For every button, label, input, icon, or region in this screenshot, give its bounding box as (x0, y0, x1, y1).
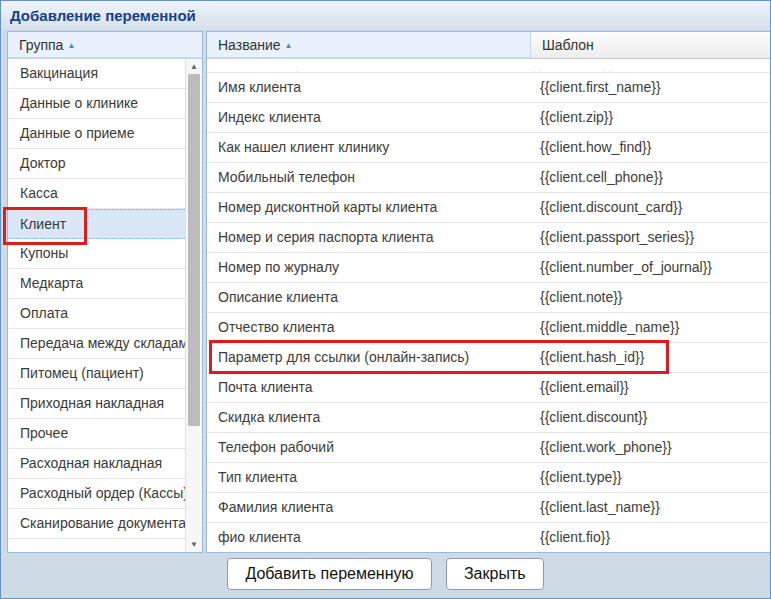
variable-name: Тип клиента (207, 463, 531, 492)
table-row[interactable]: Как нашел клиент клинику{{client.how_fin… (207, 133, 771, 163)
variable-name: Номер дисконтной карты клиента (207, 193, 531, 222)
name-column-label: Название (218, 37, 281, 53)
variable-template: {{client.number_of_journal}} (531, 253, 771, 282)
variables-table: ..... Имя клиента{{client.first_name}}Ин… (207, 59, 771, 552)
close-button[interactable]: Закрыть (446, 558, 544, 590)
clipped-text-fragment: .. (603, 63, 615, 73)
group-column-header[interactable]: Группа▲ (8, 32, 202, 59)
table-header: Название▲ Шаблон (207, 32, 771, 59)
table-row[interactable]: Телефон рабочий{{client.work_phone}} (207, 433, 771, 463)
table-row[interactable]: Описание клиента{{client.note}} (207, 283, 771, 313)
group-column-label: Группа (19, 37, 63, 53)
variable-template: {{client.work_phone}} (531, 433, 771, 462)
variable-name: Скидка клиента (207, 403, 531, 432)
group-list-scrollbar[interactable]: ▲ ▼ (185, 59, 202, 552)
variable-template: {{client.discount_card}} (531, 193, 771, 222)
clipped-row[interactable]: ..... (207, 59, 771, 73)
sidebar-item[interactable]: Данные о клинике (8, 89, 185, 119)
sidebar-item[interactable]: Сканирование документа (8, 509, 185, 539)
variable-name: Фамилия клиента (207, 493, 531, 522)
table-row[interactable]: Фамилия клиента{{client.last_name}} (207, 493, 771, 523)
table-row[interactable]: Индекс клиента{{client.zip}} (207, 103, 771, 133)
variable-template: {{client.zip}} (531, 103, 771, 132)
sidebar-item[interactable]: Купоны (8, 239, 185, 269)
add-variable-button[interactable]: Добавить переменную (227, 558, 431, 590)
variable-name: фио клиента (207, 523, 531, 552)
variable-name: Мобильный телефон (207, 163, 531, 192)
template-column-label: Шаблон (542, 37, 594, 53)
variable-template: {{client.fio}} (531, 523, 771, 552)
variable-template: {{client.email}} (531, 373, 771, 402)
variable-template: {{client.how_find}} (531, 133, 771, 162)
sidebar-item[interactable]: Вакцинация (8, 59, 185, 89)
variable-template: {{client.middle_name}} (531, 313, 771, 342)
clipped-text-fragment: . (295, 63, 301, 73)
scroll-up-icon[interactable]: ▲ (186, 59, 202, 74)
dialog-footer: Добавить переменную Закрыть (1, 558, 770, 599)
sidebar-item[interactable]: Данные о приеме (8, 119, 185, 149)
scrollbar-thumb[interactable] (188, 74, 200, 426)
group-list: ВакцинацияДанные о клиникеДанные о прием… (8, 59, 185, 552)
variable-name: Почта клиента (207, 373, 531, 402)
variable-template: {{client.cell_phone}} (531, 163, 771, 192)
sidebar-item[interactable]: Приходная накладная (8, 389, 185, 419)
variable-template: {{client.type}} (531, 463, 771, 492)
variable-name: Имя клиента (207, 73, 531, 102)
sidebar-item[interactable]: Оплата (8, 299, 185, 329)
sidebar-item[interactable]: Передача между складами (8, 329, 185, 359)
table-rows: Имя клиента{{client.first_name}}Индекс к… (207, 73, 771, 552)
variable-name: Телефон рабочий (207, 433, 531, 462)
variable-name: Параметр для ссылки (онлайн-запись) (207, 343, 531, 372)
table-row[interactable]: фио клиента{{client.fio}} (207, 523, 771, 552)
variable-name: Номер и серия паспорта клиента (207, 223, 531, 252)
table-row[interactable]: Номер и серия паспорта клиента{{client.p… (207, 223, 771, 253)
variable-template: {{client.hash_id}} (531, 343, 771, 372)
variables-panel: Название▲ Шаблон ..... Имя клиента{{clie… (206, 31, 771, 553)
sidebar-item[interactable]: Расходный ордер (Кассы) (8, 479, 185, 509)
dialog-title: Добавление переменной (1, 1, 770, 30)
table-row[interactable]: Скидка клиента{{client.discount}} (207, 403, 771, 433)
name-column-header[interactable]: Название▲ (207, 32, 531, 59)
variable-template: {{client.passport_series}} (531, 223, 771, 252)
sidebar-item[interactable]: Касса (8, 179, 185, 209)
add-variable-dialog: Добавление переменной Группа▲ Вакцинация… (0, 0, 771, 599)
table-row[interactable]: Отчество клиента{{client.middle_name}} (207, 313, 771, 343)
variable-template: {{client.discount}} (531, 403, 771, 432)
sidebar-item[interactable]: Прочее (8, 419, 185, 449)
table-row[interactable]: Номер дисконтной карты клиента{{client.d… (207, 193, 771, 223)
variable-template: {{client.last_name}} (531, 493, 771, 522)
table-row[interactable]: Номер по журналу{{client.number_of_journ… (207, 253, 771, 283)
sidebar-item[interactable]: Расходная накладная (8, 449, 185, 479)
table-row[interactable]: Параметр для ссылки (онлайн-запись){{cli… (207, 343, 771, 373)
variable-name: Номер по журналу (207, 253, 531, 282)
sidebar-item[interactable]: Доктор (8, 149, 185, 179)
variable-template: {{client.note}} (531, 283, 771, 312)
table-row[interactable]: Почта клиента{{client.email}} (207, 373, 771, 403)
variable-name: Индекс клиента (207, 103, 531, 132)
variable-name: Описание клиента (207, 283, 531, 312)
table-row[interactable]: Тип клиента{{client.type}} (207, 463, 771, 493)
sidebar-item[interactable]: Клиент (8, 209, 185, 239)
variable-name: Как нашел клиент клинику (207, 133, 531, 162)
sidebar-item[interactable]: Питомец (пациент) (8, 359, 185, 389)
group-panel: Группа▲ ВакцинацияДанные о клиникеДанные… (7, 31, 203, 553)
variable-name: Отчество клиента (207, 313, 531, 342)
scroll-down-icon[interactable]: ▼ (186, 537, 202, 552)
sidebar-item[interactable]: Медкарта (8, 269, 185, 299)
sort-asc-icon: ▲ (67, 41, 75, 50)
table-row[interactable]: Имя клиента{{client.first_name}} (207, 73, 771, 103)
variable-template: {{client.first_name}} (531, 73, 771, 102)
table-row[interactable]: Мобильный телефон{{client.cell_phone}} (207, 163, 771, 193)
template-column-header[interactable]: Шаблон (531, 32, 771, 59)
sort-asc-icon: ▲ (285, 41, 293, 50)
clipped-text-fragment: .. (533, 63, 545, 73)
